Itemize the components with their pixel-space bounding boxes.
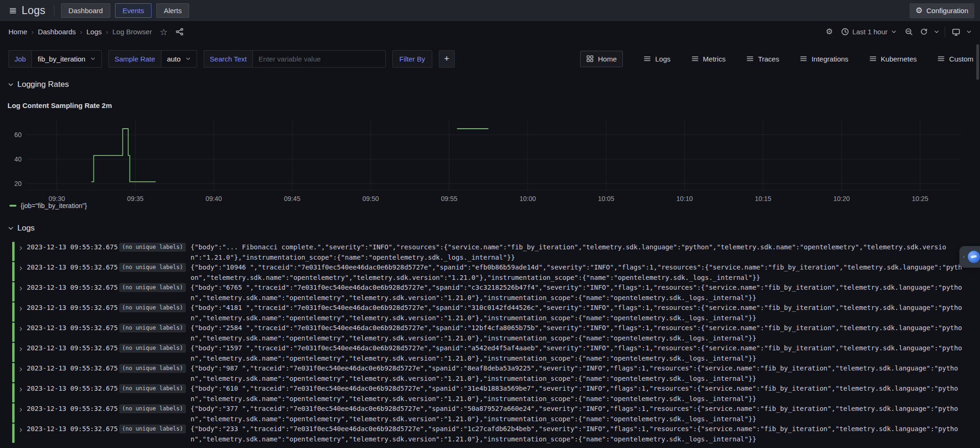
sample-rate-label: Sample Rate <box>108 50 161 68</box>
list-icon <box>643 55 651 62</box>
svg-text:10:15: 10:15 <box>755 195 771 202</box>
filter-by-button[interactable]: Filter By <box>392 50 432 68</box>
log-labels-badge: (no unique labels) <box>119 425 186 433</box>
gear-icon: ⚙ <box>916 7 923 15</box>
expand-chevron-icon[interactable] <box>15 302 27 313</box>
log-message: {"body":"10946 ","traceid":"7e031f0ec540… <box>191 262 963 283</box>
kiosk-dropdown[interactable] <box>964 25 973 39</box>
expand-chevron-icon[interactable] <box>15 383 27 394</box>
log-row[interactable]: 2023-12-13 09:55:32.675(no unique labels… <box>12 423 980 443</box>
log-labels: (no unique labels) <box>119 383 191 393</box>
favorite-button[interactable]: ☆ <box>157 25 171 39</box>
expand-chevron-icon[interactable] <box>15 342 27 353</box>
log-labels-badge: (no unique labels) <box>119 243 186 252</box>
list-icon <box>800 55 807 62</box>
svg-text:09:30: 09:30 <box>48 195 65 202</box>
log-labels-badge: (no unique labels) <box>119 283 186 292</box>
log-message: {"body":"377 ","traceid":"7e031f0ec540ee… <box>191 403 963 424</box>
quick-link-logs[interactable]: Logs <box>643 55 671 63</box>
log-row[interactable]: 2023-12-13 09:55:32.675(no unique labels… <box>12 262 980 282</box>
quick-link-integrations[interactable]: Integrations <box>800 55 848 63</box>
svg-text:09:45: 09:45 <box>284 195 300 202</box>
log-labels: (no unique labels) <box>119 403 191 413</box>
quick-link-custom[interactable]: Custom <box>937 55 973 63</box>
quick-link-traces[interactable]: Traces <box>746 55 779 63</box>
chart-legend-item[interactable]: {job="fib_by_iteration"} <box>9 202 87 209</box>
log-row[interactable]: 2023-12-13 09:55:32.675(no unique labels… <box>12 383 980 403</box>
kiosk-mode-button[interactable] <box>949 25 963 39</box>
log-row[interactable]: 2023-12-13 09:55:32.675(no unique labels… <box>12 302 980 322</box>
refresh-button[interactable] <box>917 25 931 39</box>
scrollbar-thumb[interactable] <box>976 44 979 80</box>
legend-label: {job="fib_by_iteration"} <box>21 202 87 209</box>
expand-chevron-icon[interactable] <box>15 322 27 333</box>
tab-alerts[interactable]: Alerts <box>156 3 189 18</box>
variable-search-text: Search Text <box>204 50 386 68</box>
dashboard-settings-button[interactable]: ⚙ <box>822 25 836 39</box>
expand-chevron-icon[interactable] <box>15 282 27 293</box>
section-logging-rates-label: Logging Rates <box>17 80 69 89</box>
quick-links: HomeLogsMetricsTracesIntegrationsKuberne… <box>580 51 973 67</box>
add-filter-button[interactable]: + <box>439 50 455 68</box>
sampling-rate-chart: 20406009:3009:3509:4009:4509:5009:5510:0… <box>0 116 980 205</box>
breadcrumb-item-log-browser: Log Browser <box>112 28 152 36</box>
log-labels: (no unique labels) <box>119 302 191 312</box>
menu-button[interactable] <box>5 3 21 19</box>
log-labels: (no unique labels) <box>119 262 191 272</box>
variable-sample-rate: Sample Rate auto <box>108 50 197 68</box>
log-row[interactable]: 2023-12-13 09:55:32.675(no unique labels… <box>12 342 980 363</box>
log-message: {"body":"610 ","traceid":"7e031f0ec540ee… <box>191 383 963 404</box>
expand-chevron-icon[interactable] <box>15 363 27 373</box>
quick-link-label: Metrics <box>703 55 726 63</box>
tab-events[interactable]: Events <box>115 3 152 18</box>
expand-chevron-icon[interactable] <box>15 262 27 272</box>
list-icon <box>691 55 699 62</box>
breadcrumb-item-logs[interactable]: Logs <box>86 28 102 36</box>
share-button[interactable] <box>173 25 187 39</box>
svg-text:40: 40 <box>14 155 22 163</box>
quick-link-label: Traces <box>758 55 779 63</box>
log-row[interactable]: 2023-12-13 09:55:32.675(no unique labels… <box>12 241 980 262</box>
section-logging-rates[interactable]: Logging Rates <box>8 80 69 89</box>
log-labels: (no unique labels) <box>119 241 191 252</box>
log-message: {"body":"233 ","traceid":"7e031f0ec540ee… <box>191 423 963 444</box>
expand-drawer-button[interactable] <box>959 246 980 268</box>
quick-link-kubernetes[interactable]: Kubernetes <box>869 55 917 63</box>
variable-job: Job fib_by_iteration <box>8 50 102 68</box>
dashboard-actions: ☆ <box>157 25 187 39</box>
tab-dashboard[interactable]: Dashboard <box>61 3 110 18</box>
log-timestamp: 2023-12-13 09:55:32.675 <box>27 282 119 293</box>
svg-text:09:50: 09:50 <box>362 195 379 202</box>
breadcrumb-separator: › <box>80 28 83 36</box>
log-labels: (no unique labels) <box>119 342 191 353</box>
search-text-input[interactable] <box>253 50 386 68</box>
header-tabs: DashboardEventsAlerts <box>61 3 190 18</box>
log-labels: (no unique labels) <box>119 363 191 373</box>
log-message: {"body":"6765 ","traceid":"7e031f0ec540e… <box>191 282 963 303</box>
quick-link-home[interactable]: Home <box>580 51 623 67</box>
log-row[interactable]: 2023-12-13 09:55:32.675(no unique labels… <box>12 403 980 423</box>
chevron-down-icon <box>185 56 191 62</box>
svg-text:20: 20 <box>14 180 22 187</box>
breadcrumb-bar: Home›Dashboards›Logs›Log Browser ☆ ⚙ Las… <box>0 21 980 42</box>
breadcrumb-item-home[interactable]: Home <box>8 28 27 36</box>
job-label: Job <box>8 50 31 68</box>
log-row[interactable]: 2023-12-13 09:55:32.675(no unique labels… <box>12 282 980 302</box>
chevron-down-icon <box>90 56 96 62</box>
time-range-picker[interactable]: Last 1 hour <box>837 25 901 39</box>
quick-link-metrics[interactable]: Metrics <box>691 55 726 63</box>
refresh-interval-dropdown[interactable] <box>932 25 941 39</box>
breadcrumb-item-dashboards[interactable]: Dashboards <box>38 28 76 36</box>
zoom-out-time-button[interactable] <box>902 25 916 39</box>
expand-chevron-icon[interactable] <box>15 423 27 434</box>
log-message: {"body":"1597 ","traceid":"7e031f0ec540e… <box>191 342 963 363</box>
job-select[interactable]: fib_by_iteration <box>31 50 102 68</box>
sample-rate-select[interactable]: auto <box>161 50 197 68</box>
log-row[interactable]: 2023-12-13 09:55:32.675(no unique labels… <box>12 363 980 383</box>
configuration-button[interactable]: ⚙ Configuration <box>910 3 974 18</box>
expand-chevron-icon[interactable] <box>15 241 27 252</box>
section-logs[interactable]: Logs <box>8 224 35 233</box>
expand-chevron-icon[interactable] <box>15 403 27 414</box>
log-row[interactable]: 2023-12-13 09:55:32.675(no unique labels… <box>12 322 980 342</box>
share-icon <box>176 28 184 36</box>
